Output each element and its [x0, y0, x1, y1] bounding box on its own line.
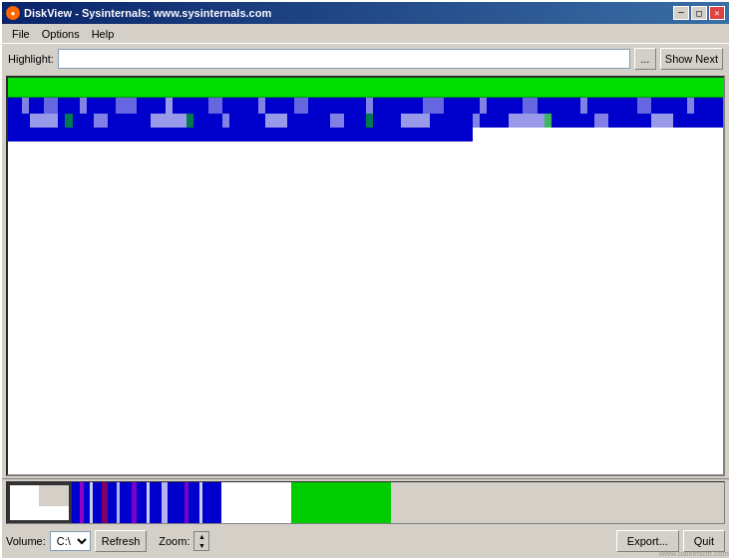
main-window: ● DiskView - Sysinternals: www.sysintern… [0, 0, 731, 560]
volume-label: Volume: [6, 535, 46, 547]
disk-row-blue-1 [8, 98, 723, 114]
menu-help[interactable]: Help [86, 26, 121, 42]
volume-select[interactable]: C:\ D:\ E:\ [50, 531, 91, 551]
disk-view-area [6, 76, 725, 476]
browse-button[interactable]: ... [634, 48, 656, 70]
zoom-label: Zoom: [159, 535, 189, 547]
maximize-button[interactable]: □ [691, 6, 707, 20]
refresh-button[interactable]: Refresh [95, 530, 148, 552]
zoom-up-button[interactable]: ▲ [194, 532, 208, 541]
disk-visual [8, 78, 723, 141]
minimap-white-section [221, 482, 291, 523]
quit-button[interactable]: Quit [683, 530, 725, 552]
disk-view-scroll[interactable] [8, 78, 723, 474]
zoom-spinner: ▲ ▼ [193, 531, 209, 551]
app-icon: ● [6, 6, 20, 20]
minimap-green-section [291, 482, 391, 523]
minimap-empty-section [391, 482, 724, 523]
close-button[interactable]: ✕ [709, 6, 725, 20]
title-bar-left: ● DiskView - Sysinternals: www.sysintern… [6, 6, 271, 20]
window-title: DiskView - Sysinternals: www.sysinternal… [24, 7, 271, 19]
highlight-label: Highlight: [8, 53, 54, 65]
minimize-button[interactable]: ─ [673, 6, 689, 20]
zoom-down-button[interactable]: ▼ [194, 541, 208, 550]
status-bar: Volume: C:\ D:\ E:\ Refresh Zoom: ▲ ▼ Ex… [2, 524, 729, 558]
toolbar: Highlight: ... Show Next [2, 44, 729, 74]
minimap-area [6, 481, 725, 524]
export-button[interactable]: Export... [616, 530, 679, 552]
minimap-l-shape [7, 482, 72, 523]
menu-file[interactable]: File [6, 26, 36, 42]
disk-row-green [8, 78, 723, 98]
menu-options[interactable]: Options [36, 26, 86, 42]
main-content: Volume: C:\ D:\ E:\ Refresh Zoom: ▲ ▼ Ex… [2, 74, 729, 558]
title-controls: ─ □ ✕ [673, 6, 725, 20]
menu-bar: File Options Help [2, 24, 729, 44]
disk-row-blue-2 [8, 114, 723, 128]
minimap-blue-section [72, 482, 221, 523]
highlight-input[interactable] [58, 49, 630, 69]
disk-row-blue-3 [8, 128, 473, 141]
show-next-button[interactable]: Show Next [660, 48, 723, 70]
bottom-panel: Volume: C:\ D:\ E:\ Refresh Zoom: ▲ ▼ Ex… [2, 478, 729, 558]
title-bar: ● DiskView - Sysinternals: www.sysintern… [2, 2, 729, 24]
